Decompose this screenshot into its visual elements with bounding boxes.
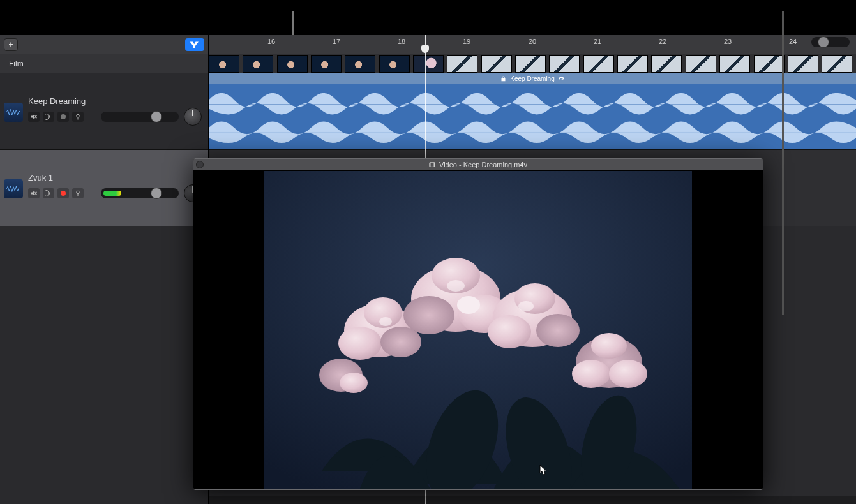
track-header[interactable]: Zvuk 1 xyxy=(0,150,208,226)
track-controls xyxy=(28,188,84,198)
video-preview-window[interactable]: Video - Keep Dreaming.m4v xyxy=(193,158,763,490)
volume-slider[interactable] xyxy=(101,112,179,122)
bar-ruler[interactable]: 16 17 18 19 20 21 22 23 24 xyxy=(209,35,856,54)
zoom-thumb[interactable] xyxy=(818,36,829,48)
video-thumbnail xyxy=(822,55,852,73)
playhead-shadow xyxy=(425,496,426,504)
solo-button[interactable] xyxy=(43,112,54,122)
horizontal-zoom-slider[interactable] xyxy=(811,37,850,47)
ruler-tick: 21 xyxy=(594,38,601,45)
svg-rect-8 xyxy=(430,163,431,167)
svg-point-5 xyxy=(77,191,80,194)
record-enable-button[interactable] xyxy=(57,188,69,198)
video-frame xyxy=(193,170,763,489)
video-thumbnail xyxy=(754,55,785,73)
video-thumbnail xyxy=(447,55,477,73)
record-enable-button[interactable] xyxy=(57,112,69,122)
ruler-tick: 22 xyxy=(659,38,666,45)
video-thumbnail xyxy=(481,55,512,73)
svg-point-30 xyxy=(591,333,627,359)
mute-button[interactable] xyxy=(28,188,40,198)
video-thumbnail xyxy=(277,55,308,73)
video-thumbnail xyxy=(617,55,648,73)
cycle-end-marker[interactable] xyxy=(782,11,784,315)
horizontal-scrollbar[interactable] xyxy=(209,496,856,504)
track-toolbar: + xyxy=(0,35,208,54)
track-controls xyxy=(28,112,84,122)
ruler-tick: 17 xyxy=(333,38,340,45)
svg-point-19 xyxy=(403,296,454,334)
ruler-tick: 16 xyxy=(267,38,275,45)
svg-rect-9 xyxy=(434,163,435,167)
audio-track-icon xyxy=(4,103,23,122)
video-track-header[interactable]: Film xyxy=(0,54,208,73)
track-header-panel: + Film Keep Dreaming xyxy=(0,35,209,504)
track-name[interactable]: Zvuk 1 xyxy=(28,173,53,182)
video-thumbnail-lane[interactable] xyxy=(209,54,856,73)
mute-button[interactable] xyxy=(28,112,40,122)
ruler-tick: 24 xyxy=(789,38,797,45)
video-thumbnail xyxy=(243,55,273,73)
video-thumbnail xyxy=(311,55,342,73)
close-button[interactable] xyxy=(196,161,204,168)
level-meter xyxy=(103,191,121,196)
svg-point-34 xyxy=(518,301,534,311)
ruler-tick: 23 xyxy=(724,38,732,45)
ruler-tick: 19 xyxy=(463,38,470,45)
video-track-label: Film xyxy=(9,59,24,68)
video-thumbnail xyxy=(651,55,682,73)
film-strip-icon xyxy=(429,161,435,168)
filter-icon xyxy=(189,41,200,48)
track-name[interactable]: Keep Dreaming xyxy=(28,96,86,106)
slider-thumb[interactable] xyxy=(151,111,162,122)
loop-icon xyxy=(559,76,564,82)
svg-point-15 xyxy=(338,327,382,360)
slider-thumb[interactable] xyxy=(151,188,162,199)
svg-point-28 xyxy=(572,360,610,388)
track-filter-button[interactable] xyxy=(185,38,204,51)
lock-icon xyxy=(500,76,506,82)
add-track-button[interactable]: + xyxy=(4,38,18,51)
video-thumbnail xyxy=(583,55,614,73)
video-thumbnail xyxy=(413,55,444,73)
cycle-start-marker[interactable] xyxy=(292,11,294,35)
ruler-tick: 18 xyxy=(398,38,405,45)
video-thumbnail xyxy=(719,55,750,73)
waveform xyxy=(209,84,856,149)
video-thumbnail xyxy=(379,55,410,73)
svg-point-25 xyxy=(536,314,580,347)
video-thumbnail xyxy=(209,55,239,73)
video-thumbnail xyxy=(686,55,716,73)
video-thumbnail xyxy=(788,55,818,73)
svg-point-33 xyxy=(447,280,465,292)
daw-workspace: 16 17 18 19 20 21 22 23 24 + Film Keep D… xyxy=(0,0,856,504)
svg-point-22 xyxy=(457,296,480,314)
input-monitor-button[interactable] xyxy=(72,188,84,198)
video-thumbnail xyxy=(345,55,375,73)
svg-point-2 xyxy=(77,114,80,117)
audio-track-icon xyxy=(4,179,23,198)
video-thumbnail xyxy=(515,55,546,73)
audio-region[interactable]: Keep Dreaming xyxy=(209,73,856,149)
svg-point-29 xyxy=(609,360,647,388)
cycle-region-strip xyxy=(0,0,856,35)
solo-button[interactable] xyxy=(43,188,54,198)
track-header[interactable]: Keep Dreaming xyxy=(0,73,208,150)
video-window-title: Video - Keep Dreaming.m4v xyxy=(439,161,527,168)
volume-slider[interactable] xyxy=(101,188,179,198)
ruler-tick: 20 xyxy=(529,38,536,45)
svg-point-32 xyxy=(340,373,368,393)
pan-knob[interactable] xyxy=(184,108,202,126)
region-header[interactable]: Keep Dreaming xyxy=(209,73,856,84)
video-window-titlebar[interactable]: Video - Keep Dreaming.m4v xyxy=(193,159,763,170)
svg-point-24 xyxy=(488,315,531,348)
svg-point-35 xyxy=(379,317,392,326)
input-monitor-button[interactable] xyxy=(72,112,84,122)
audio-lane[interactable]: Keep Dreaming xyxy=(209,73,856,150)
region-title: Keep Dreaming xyxy=(510,75,554,82)
video-thumbnail xyxy=(549,55,580,73)
